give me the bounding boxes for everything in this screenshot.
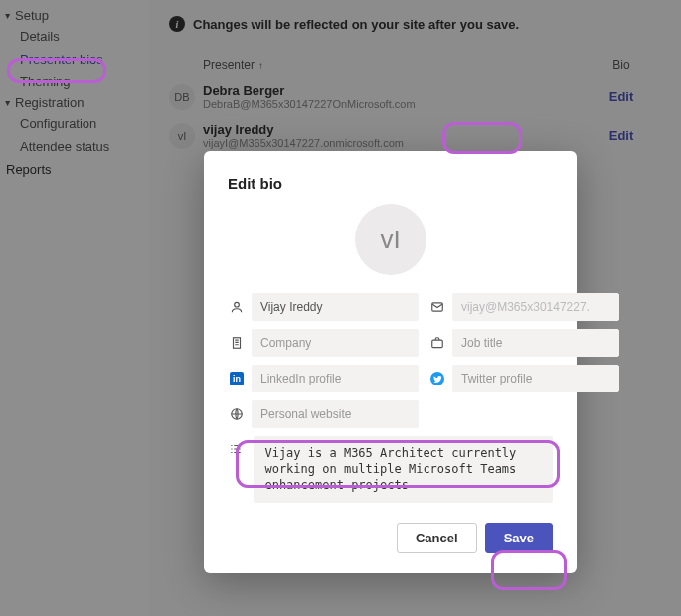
twitter-input[interactable]	[452, 365, 619, 392]
svg-point-0	[235, 302, 240, 307]
bio-textarea[interactable]: Vijay is a M365 Architect currently work…	[254, 436, 553, 503]
cancel-button[interactable]: Cancel	[397, 523, 477, 553]
name-input[interactable]	[252, 293, 419, 321]
briefcase-icon	[428, 336, 446, 350]
twitter-icon	[428, 372, 446, 385]
save-button[interactable]: Save	[485, 523, 553, 553]
jobtitle-input[interactable]	[452, 329, 619, 357]
email-input[interactable]	[452, 293, 619, 321]
website-input[interactable]	[252, 400, 419, 428]
edit-bio-modal: Edit bio vI	[204, 151, 577, 573]
linkedin-icon: in	[228, 372, 246, 385]
svg-rect-3	[432, 340, 443, 348]
company-icon	[228, 336, 246, 350]
company-input[interactable]	[252, 329, 419, 357]
globe-icon	[228, 407, 246, 421]
modal-title: Edit bio	[228, 175, 553, 192]
avatar-large[interactable]: vI	[355, 204, 426, 275]
person-icon	[228, 300, 246, 314]
mail-icon	[428, 300, 446, 314]
list-icon	[228, 442, 244, 456]
linkedin-input[interactable]	[252, 365, 419, 392]
